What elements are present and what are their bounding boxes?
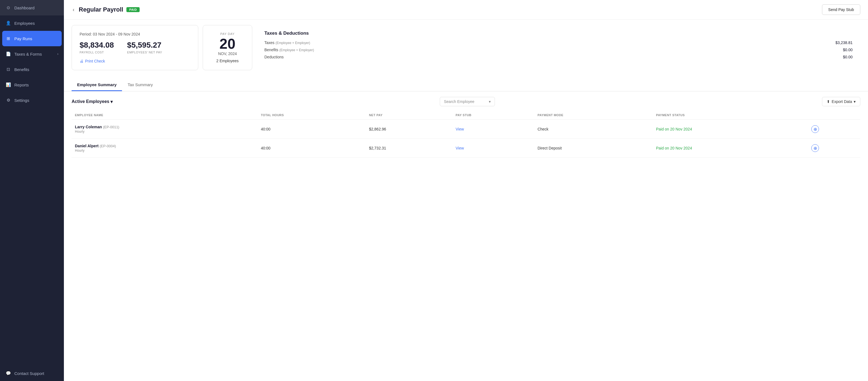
employees-table: EMPLOYEE NAMETOTAL HOURSNET PAYPAY STUBP… (71, 111, 860, 158)
print-check-button[interactable]: 🖨 Print Check (80, 59, 105, 63)
paid-badge: PAID (126, 7, 140, 12)
taxes-title: Taxes & Deductions (265, 31, 852, 36)
export-data-button[interactable]: ⬆ Export Data ▾ (822, 97, 860, 106)
employee-name-cell: Larry Coleman (EP-0011) Hourly (71, 120, 257, 139)
more-options-button[interactable]: ⊕ (811, 144, 819, 152)
sidebar-item-label: Benefits (14, 67, 58, 72)
payday-card: PAY DAY 20 NOV, 2024 2 Employees (203, 25, 252, 70)
main-content: ‹ Regular Payroll PAID Send Pay Stub Per… (64, 0, 868, 381)
actions-cell: ⊕ (808, 139, 860, 158)
employee-id: (EP-0004) (100, 144, 116, 148)
payday-date: 20 (219, 37, 236, 51)
dashboard-icon: ⊙ (5, 5, 11, 10)
total-hours-cell: 40:00 (257, 139, 366, 158)
reports-icon: 📊 (5, 82, 11, 88)
sidebar-item-label: Taxes & Forms (14, 52, 54, 57)
sidebar-item-label: Pay Runs (14, 36, 58, 41)
payroll-cost-label: PAYROLL COST (80, 51, 114, 54)
payday-label: PAY DAY (220, 32, 235, 35)
col-header-employee-name: EMPLOYEE NAME (71, 111, 257, 120)
chevron-right-icon: › (57, 52, 58, 56)
taxes-forms-icon: 📄 (5, 51, 11, 57)
employee-id: (EP-0011) (103, 125, 119, 129)
payment-mode-cell: Check (534, 120, 653, 139)
contact-support-icon: 💬 (5, 371, 11, 376)
search-placeholder: Search Employee (444, 99, 474, 104)
col-header-payment-mode: PAYMENT MODE (534, 111, 653, 120)
send-pay-stub-button[interactable]: Send Pay Stub (822, 4, 860, 15)
sidebar-item-reports[interactable]: 📊 Reports (0, 77, 64, 93)
pay-stub-cell[interactable]: View (452, 139, 534, 158)
export-chevron-icon: ▾ (854, 99, 856, 104)
taxes-row-label: Taxes (Employee + Employer) (265, 40, 310, 45)
active-employees-dropdown[interactable]: Active Employees ▾ (71, 99, 113, 104)
employee-name: Daniel Alpert (75, 144, 99, 148)
taxes-rows: Taxes (Employee + Employer) $3,238.81 Be… (265, 40, 852, 59)
export-icon: ⬆ (827, 99, 830, 104)
table-body: Larry Coleman (EP-0011) Hourly 40:00 $2,… (71, 120, 860, 158)
active-employees-label-text: Active Employees (71, 99, 109, 104)
net-pay-cell: $2,862.96 (366, 120, 453, 139)
pay-runs-icon: ⊞ (5, 36, 11, 41)
sidebar-item-settings[interactable]: ⚙ Settings (0, 93, 64, 108)
payroll-amounts: $8,834.08 PAYROLL COST $5,595.27 EMPLOYE… (80, 41, 190, 54)
taxes-row: Taxes (Employee + Employer) $3,238.81 (265, 40, 852, 45)
search-employee-dropdown[interactable]: Search Employee ▾ (440, 97, 495, 106)
total-hours-cell: 40:00 (257, 120, 366, 139)
taxes-row-label: Deductions (265, 55, 284, 59)
sidebar-item-dashboard[interactable]: ⊙ Dashboard (0, 0, 64, 15)
table-section: Active Employees ▾ Search Employee ▾ ⬆ E… (64, 91, 868, 163)
employees-icon: 👤 (5, 20, 11, 26)
sidebar-item-pay-runs[interactable]: ⊞ Pay Runs (2, 31, 62, 46)
tabs-bar: Employee SummaryTax Summary (64, 73, 868, 91)
payment-mode-cell: Direct Deposit (534, 139, 653, 158)
back-button[interactable]: ‹ (71, 6, 75, 14)
more-options-button[interactable]: ⊕ (811, 125, 819, 133)
payment-status-cell: Paid on 20 Nov 2024 (653, 139, 808, 158)
net-pay-cell: $2,732.31 (366, 139, 453, 158)
net-pay-block: $5,595.27 EMPLOYEES' NET PAY (127, 41, 162, 54)
taxes-row-label: Benefits (Employee + Employer) (265, 47, 314, 52)
pay-stub-view-link[interactable]: View (456, 146, 464, 150)
sidebar-item-label: Settings (14, 98, 58, 103)
payroll-period: Period: 03 Nov 2024 - 09 Nov 2024 (80, 32, 190, 36)
print-icon: 🖨 (80, 59, 84, 63)
net-pay-label: EMPLOYEES' NET PAY (127, 51, 162, 54)
search-chevron-icon: ▾ (489, 99, 491, 104)
taxes-row-value: $0.00 (843, 55, 852, 59)
topbar: ‹ Regular Payroll PAID Send Pay Stub (64, 0, 868, 20)
actions-cell: ⊕ (808, 120, 860, 139)
payment-status-text: Paid on 20 Nov 2024 (656, 127, 692, 131)
table-header: EMPLOYEE NAMETOTAL HOURSNET PAYPAY STUBP… (71, 111, 860, 120)
sidebar-item-label: Reports (14, 83, 58, 87)
employee-name: Larry Coleman (75, 125, 102, 129)
payroll-cost-block: $8,834.08 PAYROLL COST (80, 41, 114, 54)
employee-type: Hourly (75, 149, 254, 153)
payroll-card: Period: 03 Nov 2024 - 09 Nov 2024 $8,834… (71, 25, 198, 70)
net-pay-amount: $5,595.27 (127, 41, 162, 50)
taxes-card: Taxes & Deductions Taxes (Employee + Emp… (257, 25, 860, 70)
sidebar-item-contact-support[interactable]: 💬 Contact Support (0, 366, 64, 381)
taxes-row-sub: (Employee + Employer) (275, 41, 310, 45)
sidebar-item-taxes-forms[interactable]: 📄 Taxes & Forms › (0, 46, 64, 62)
sidebar-item-benefits[interactable]: ⊡ Benefits (0, 62, 64, 77)
col-header-total-hours: TOTAL HOURS (257, 111, 366, 120)
sidebar: ⊙ Dashboard 👤 Employees ⊞ Pay Runs 📄 Tax… (0, 0, 64, 381)
employee-type: Hourly (75, 130, 254, 133)
taxes-row-sub: (Employee + Employer) (279, 48, 314, 52)
payroll-cost-amount: $8,834.08 (80, 41, 114, 50)
payment-status-text: Paid on 20 Nov 2024 (656, 146, 692, 150)
benefits-icon: ⊡ (5, 67, 11, 72)
employee-name-cell: Daniel Alpert (EP-0004) Hourly (71, 139, 257, 158)
col-header-actions (808, 111, 860, 120)
taxes-row-value: $3,238.81 (836, 40, 852, 45)
pay-stub-cell[interactable]: View (452, 120, 534, 139)
pay-stub-view-link[interactable]: View (456, 127, 464, 131)
payment-status-cell: Paid on 20 Nov 2024 (653, 120, 808, 139)
tab-tax-summary[interactable]: Tax Summary (122, 79, 158, 91)
col-header-pay-stub: PAY STUB (452, 111, 534, 120)
tab-employee-summary[interactable]: Employee Summary (71, 79, 122, 91)
sidebar-item-employees[interactable]: 👤 Employees (0, 15, 64, 31)
page-title: Regular Payroll (79, 6, 123, 13)
sidebar-item-label: Contact Support (14, 371, 58, 376)
